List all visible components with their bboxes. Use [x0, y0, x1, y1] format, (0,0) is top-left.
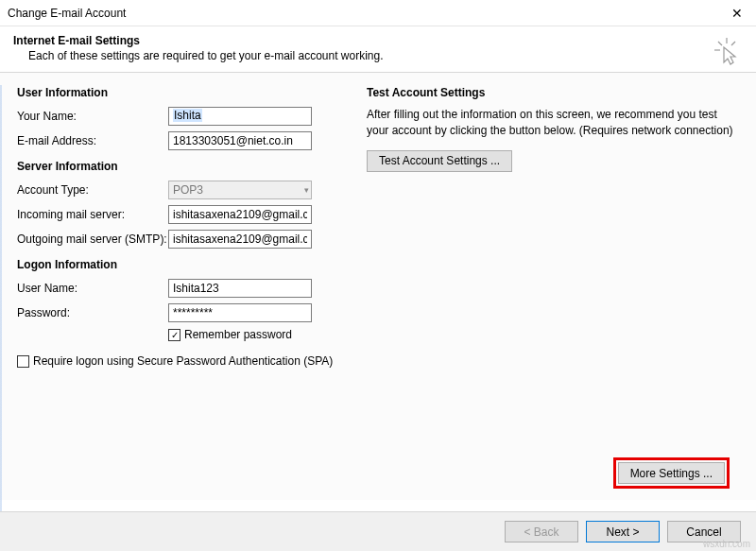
outgoing-server-field[interactable]	[168, 230, 312, 249]
close-icon: ✕	[731, 6, 743, 21]
titlebar: Change E-mail Account ✕	[0, 0, 756, 26]
email-field[interactable]	[168, 131, 312, 150]
test-heading: Test Account Settings	[367, 86, 739, 99]
watermark-text: wsxdn.com	[703, 539, 750, 549]
left-accent-bar	[0, 85, 2, 511]
left-column: User Information Your Name: Ishita E-mai…	[17, 86, 348, 500]
account-type-value: POP3	[173, 183, 203, 197]
next-button[interactable]: Next >	[586, 521, 660, 542]
more-settings-button[interactable]: More Settings ...	[618, 462, 725, 484]
close-button[interactable]: ✕	[718, 0, 756, 26]
username-field[interactable]	[168, 279, 312, 298]
password-field[interactable]	[168, 303, 312, 322]
server-info-heading: Server Information	[17, 160, 348, 173]
logon-info-heading: Logon Information	[17, 258, 348, 271]
back-button: < Back	[505, 521, 578, 542]
dialog-header: Internet E-mail Settings Each of these s…	[0, 26, 756, 73]
username-label: User Name:	[17, 282, 168, 295]
account-type-select: POP3 ▾	[168, 181, 312, 199]
spa-label: Require logon using Secure Password Auth…	[33, 354, 333, 368]
test-account-button[interactable]: Test Account Settings ...	[367, 150, 512, 172]
svg-line-2	[731, 42, 735, 45]
user-info-heading: User Information	[17, 86, 348, 99]
svg-line-1	[718, 42, 722, 45]
your-name-label: Your Name:	[17, 110, 168, 123]
email-label: E-mail Address:	[17, 134, 168, 147]
incoming-server-field[interactable]	[168, 205, 312, 224]
outgoing-server-label: Outgoing mail server (SMTP):	[17, 232, 168, 246]
test-description: After filling out the information on thi…	[367, 107, 739, 139]
remember-password-label: Remember password	[184, 328, 292, 341]
your-name-value: Ishita	[173, 109, 202, 122]
right-column: Test Account Settings After filling out …	[348, 86, 739, 500]
password-label: Password:	[17, 306, 168, 319]
remember-password-checkbox[interactable]: ✓	[168, 329, 180, 341]
dialog-footer: < Back Next > Cancel	[0, 511, 756, 551]
content-area: User Information Your Name: Ishita E-mai…	[0, 73, 756, 500]
more-settings-highlight: More Settings ...	[613, 457, 730, 489]
account-type-label: Account Type:	[17, 183, 168, 197]
header-subtitle: Each of these settings are required to g…	[28, 49, 743, 62]
incoming-server-label: Incoming mail server:	[17, 208, 168, 221]
window-title: Change E-mail Account	[8, 7, 126, 20]
spa-checkbox[interactable]	[17, 355, 29, 368]
your-name-field[interactable]: Ishita	[168, 107, 312, 126]
chevron-down-icon: ▾	[304, 185, 309, 195]
header-title: Internet E-mail Settings	[13, 34, 743, 47]
cursor-click-icon	[714, 38, 739, 66]
